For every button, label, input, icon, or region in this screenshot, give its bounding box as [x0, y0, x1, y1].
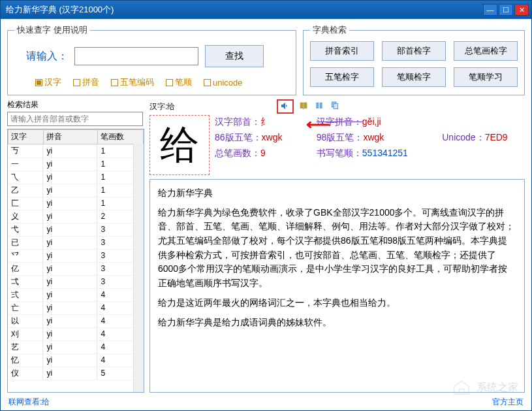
index-panel: 字典检索 拼音索引部首检字总笔画检字五笔检字笔顺检字笔顺学习 — [303, 24, 525, 95]
unicode-label: Unicode： — [442, 132, 484, 142]
table-row[interactable]: 乊yi3 — [8, 249, 144, 262]
minimize-button[interactable]: — — [483, 4, 497, 16]
index-button-2[interactable]: 总笔画检字 — [454, 41, 518, 61]
search-input[interactable] — [74, 47, 198, 65]
quick-search-legend: 快速查字 使用说明 — [14, 24, 90, 36]
speaker-highlight-box — [277, 99, 294, 114]
book2-icon[interactable] — [313, 101, 325, 113]
table-row[interactable]: 义yi2 — [8, 210, 144, 223]
wubi86-label: 86版五笔： — [215, 132, 262, 142]
glyph-preview: 给 — [149, 115, 210, 175]
search-option-0[interactable]: 汉字 — [35, 76, 61, 88]
maximize-button[interactable]: ☐ — [499, 4, 513, 16]
table-row[interactable]: 艺yi4 — [8, 340, 144, 353]
body-p4: 给力新华字典是给力成语词典的姊妹软件。 — [158, 316, 516, 330]
body-p3: 给力是这近两年最火的网络词汇之一，本字典也相当给力。 — [158, 296, 516, 310]
homepage-link[interactable]: 官方主页 — [492, 397, 524, 408]
table-row[interactable]: 匚yi1 — [8, 197, 144, 210]
table-row[interactable]: 乙yi1 — [8, 184, 144, 197]
radical-label: 汉字部首： — [215, 116, 260, 127]
index-button-5[interactable]: 笔顺学习 — [454, 67, 518, 87]
wubi86-value: xwgk — [262, 132, 283, 142]
results-filter-input[interactable] — [7, 112, 143, 126]
search-option-3[interactable]: 笔顺 — [166, 76, 192, 88]
table-row[interactable]: 忆yi4 — [8, 353, 144, 367]
body-title: 给力新华字典 — [158, 186, 516, 201]
index-button-1[interactable]: 部首检字 — [382, 41, 446, 61]
titlebar: 给力新华字典 (汉字21000个) — ☐ ✕ — [1, 1, 531, 19]
table-row[interactable]: 亿yi3 — [8, 262, 144, 275]
definition-body: 给力新华字典 给力新华字典为绿色免费软件，收录了GBK全部汉字21000多个。可… — [149, 179, 525, 393]
copy-icon[interactable] — [329, 101, 341, 113]
results-label: 检索结果 — [7, 99, 144, 110]
search-option-2[interactable]: 五笔编码 — [111, 76, 154, 88]
unicode-value: 7ED9 — [485, 132, 508, 142]
close-button[interactable]: ✕ — [514, 4, 529, 16]
quick-search-panel: 快速查字 使用说明 请输入： 查找 汉字拼音五笔编码笔顺unicode — [7, 24, 296, 95]
book-icon[interactable] — [298, 101, 309, 113]
table-row[interactable]: 乁yi1 — [8, 171, 144, 184]
index-button-3[interactable]: 五笔检字 — [310, 67, 374, 87]
search-label: 请输入： — [26, 50, 68, 63]
table-row[interactable]: 弋yi3 — [8, 223, 144, 236]
index-legend: 字典检索 — [310, 24, 349, 36]
col-header[interactable]: 汉字 — [8, 130, 44, 144]
table-row[interactable]: 丂yi1 — [8, 144, 144, 157]
search-option-4[interactable]: unicode — [204, 76, 243, 88]
window-title: 给力新华字典 (汉字21000个) — [6, 4, 483, 16]
results-scrollbar[interactable] — [133, 144, 144, 392]
online-lookup-link[interactable]: 联网查看:给 — [8, 397, 50, 408]
search-option-1[interactable]: 拼音 — [73, 76, 99, 88]
col-header[interactable]: 拼音 — [43, 130, 97, 144]
table-row[interactable]: 以yi4 — [8, 314, 144, 327]
find-button[interactable]: 查找 — [205, 45, 264, 67]
pinyin-value: gěi,ji — [362, 116, 381, 127]
table-row[interactable]: 仪yi5 — [8, 367, 144, 380]
table-row[interactable]: 一yi1 — [8, 157, 144, 171]
strokes-value: 9 — [260, 148, 266, 158]
table-row[interactable]: 弌yi3 — [8, 275, 144, 288]
strokes-label: 总笔画数： — [215, 148, 260, 158]
order-label: 书写笔顺： — [317, 148, 362, 158]
results-table: 汉字拼音笔画数 丂yi1一yi1乁yi1乙yi1匚yi1义yi2弋yi3已yi3… — [7, 129, 144, 393]
svg-rect-1 — [334, 103, 338, 108]
index-button-4[interactable]: 笔顺检字 — [382, 67, 446, 87]
speaker-icon[interactable] — [279, 101, 291, 113]
col-header[interactable]: 笔画数 — [97, 130, 143, 144]
table-row[interactable]: 已yi3 — [8, 236, 144, 249]
table-row[interactable]: 刈yi4 — [8, 327, 144, 340]
index-button-0[interactable]: 拼音索引 — [310, 41, 374, 61]
red-arrow-annotation: ⟵ — [306, 114, 330, 135]
wubi98-value: xwgk — [363, 132, 384, 142]
char-header-label: 汉字:给 — [149, 101, 175, 112]
order-value: 551341251 — [362, 148, 408, 158]
radical-value: 纟 — [260, 116, 270, 127]
table-row[interactable]: 亡yi4 — [8, 301, 144, 314]
table-row[interactable]: 弍yi4 — [8, 288, 144, 301]
body-p2: 给力新华字典为绿色免费软件，收录了GBK全部汉字21000多个。可离线查询汉字的… — [158, 206, 516, 291]
